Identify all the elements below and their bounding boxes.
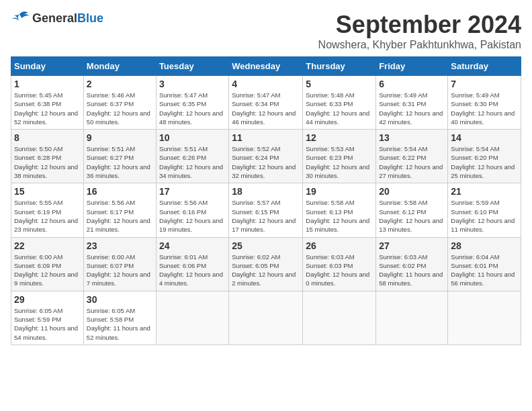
day-detail: Sunrise: 6:01 AM Sunset: 6:06 PM Dayligh… bbox=[159, 253, 226, 288]
day-detail: Sunrise: 5:56 AM Sunset: 6:17 PM Dayligh… bbox=[87, 198, 153, 234]
table-row: 6Sunrise: 5:49 AM Sunset: 6:31 PM Daylig… bbox=[376, 76, 448, 130]
logo-blue: Blue bbox=[77, 11, 103, 25]
header-row: Sunday Monday Tuesday Wednesday Thursday… bbox=[11, 57, 521, 76]
day-detail: Sunrise: 6:05 AM Sunset: 5:59 PM Dayligh… bbox=[14, 306, 81, 342]
calendar-week-2: 15Sunrise: 5:55 AM Sunset: 6:19 PM Dayli… bbox=[11, 183, 521, 237]
col-sunday: Sunday bbox=[11, 57, 84, 76]
table-row bbox=[448, 291, 521, 345]
day-number: 13 bbox=[379, 132, 445, 143]
table-row: 12Sunrise: 5:53 AM Sunset: 6:23 PM Dayli… bbox=[303, 130, 376, 183]
day-number: 2 bbox=[87, 79, 153, 89]
table-row: 9Sunrise: 5:51 AM Sunset: 6:27 PM Daylig… bbox=[83, 130, 156, 183]
calendar-week-0: 1Sunrise: 5:45 AM Sunset: 6:38 PM Daylig… bbox=[11, 76, 521, 130]
day-number: 19 bbox=[306, 186, 373, 197]
table-row: 25Sunrise: 6:02 AM Sunset: 6:05 PM Dayli… bbox=[229, 237, 303, 291]
day-number: 4 bbox=[232, 79, 300, 89]
table-row bbox=[303, 291, 376, 345]
day-detail: Sunrise: 6:04 AM Sunset: 6:01 PM Dayligh… bbox=[451, 253, 518, 288]
table-row: 23Sunrise: 6:00 AM Sunset: 6:07 PM Dayli… bbox=[83, 237, 156, 291]
table-row: 24Sunrise: 6:01 AM Sunset: 6:06 PM Dayli… bbox=[156, 237, 228, 291]
day-number: 30 bbox=[87, 294, 153, 305]
calendar-week-1: 8Sunrise: 5:50 AM Sunset: 6:28 PM Daylig… bbox=[11, 130, 521, 183]
calendar-week-4: 29Sunrise: 6:05 AM Sunset: 5:59 PM Dayli… bbox=[11, 291, 521, 345]
table-row bbox=[229, 291, 303, 345]
day-detail: Sunrise: 5:55 AM Sunset: 6:19 PM Dayligh… bbox=[14, 198, 81, 234]
day-detail: Sunrise: 5:47 AM Sunset: 6:35 PM Dayligh… bbox=[159, 91, 226, 126]
day-detail: Sunrise: 5:57 AM Sunset: 6:15 PM Dayligh… bbox=[232, 198, 300, 234]
col-wednesday: Wednesday bbox=[229, 57, 303, 76]
day-detail: Sunrise: 5:58 AM Sunset: 6:12 PM Dayligh… bbox=[379, 198, 445, 234]
day-number: 26 bbox=[306, 240, 373, 251]
day-detail: Sunrise: 5:58 AM Sunset: 6:13 PM Dayligh… bbox=[306, 198, 373, 234]
day-number: 10 bbox=[159, 132, 226, 143]
table-row: 26Sunrise: 6:03 AM Sunset: 6:03 PM Dayli… bbox=[303, 237, 376, 291]
day-detail: Sunrise: 5:46 AM Sunset: 6:37 PM Dayligh… bbox=[87, 91, 153, 126]
day-number: 3 bbox=[159, 79, 226, 89]
calendar-week-3: 22Sunrise: 6:00 AM Sunset: 6:09 PM Dayli… bbox=[11, 237, 521, 291]
day-detail: Sunrise: 5:48 AM Sunset: 6:33 PM Dayligh… bbox=[306, 91, 373, 126]
table-row: 20Sunrise: 5:58 AM Sunset: 6:12 PM Dayli… bbox=[376, 183, 448, 237]
day-number: 6 bbox=[379, 79, 445, 89]
day-detail: Sunrise: 5:47 AM Sunset: 6:34 PM Dayligh… bbox=[232, 91, 300, 126]
table-row: 21Sunrise: 5:59 AM Sunset: 6:10 PM Dayli… bbox=[448, 183, 521, 237]
day-number: 5 bbox=[306, 79, 373, 89]
location-title: Nowshera, Khyber Pakhtunkhwa, Pakistan bbox=[318, 39, 521, 51]
day-detail: Sunrise: 5:56 AM Sunset: 6:16 PM Dayligh… bbox=[159, 198, 226, 234]
day-number: 21 bbox=[451, 186, 518, 197]
day-detail: Sunrise: 6:03 AM Sunset: 6:02 PM Dayligh… bbox=[379, 253, 445, 288]
logo-general: General bbox=[32, 11, 77, 25]
month-title: September 2024 bbox=[318, 11, 521, 39]
day-number: 18 bbox=[232, 186, 300, 197]
day-number: 23 bbox=[87, 240, 153, 251]
table-row: 2Sunrise: 5:46 AM Sunset: 6:37 PM Daylig… bbox=[83, 76, 156, 130]
table-row: 10Sunrise: 5:51 AM Sunset: 6:26 PM Dayli… bbox=[156, 130, 228, 183]
day-number: 24 bbox=[159, 240, 226, 251]
table-row bbox=[156, 291, 228, 345]
day-detail: Sunrise: 6:05 AM Sunset: 5:58 PM Dayligh… bbox=[87, 306, 153, 342]
day-detail: Sunrise: 5:52 AM Sunset: 6:24 PM Dayligh… bbox=[232, 144, 300, 180]
table-row: 4Sunrise: 5:47 AM Sunset: 6:34 PM Daylig… bbox=[229, 76, 303, 130]
table-row: 19Sunrise: 5:58 AM Sunset: 6:13 PM Dayli… bbox=[303, 183, 376, 237]
day-number: 29 bbox=[14, 294, 81, 305]
day-detail: Sunrise: 6:03 AM Sunset: 6:03 PM Dayligh… bbox=[306, 253, 373, 288]
day-number: 20 bbox=[379, 186, 445, 197]
day-detail: Sunrise: 5:49 AM Sunset: 6:30 PM Dayligh… bbox=[451, 91, 518, 126]
day-number: 12 bbox=[306, 132, 373, 143]
day-detail: Sunrise: 5:51 AM Sunset: 6:27 PM Dayligh… bbox=[87, 144, 153, 180]
col-tuesday: Tuesday bbox=[156, 57, 228, 76]
col-thursday: Thursday bbox=[303, 57, 376, 76]
table-row: 8Sunrise: 5:50 AM Sunset: 6:28 PM Daylig… bbox=[11, 130, 84, 183]
day-number: 16 bbox=[87, 186, 153, 197]
table-row: 18Sunrise: 5:57 AM Sunset: 6:15 PM Dayli… bbox=[229, 183, 303, 237]
col-monday: Monday bbox=[83, 57, 156, 76]
table-row: 27Sunrise: 6:03 AM Sunset: 6:02 PM Dayli… bbox=[376, 237, 448, 291]
day-number: 14 bbox=[451, 132, 518, 143]
day-number: 9 bbox=[87, 132, 153, 143]
day-detail: Sunrise: 5:51 AM Sunset: 6:26 PM Dayligh… bbox=[159, 144, 226, 180]
logo: GeneralBlue bbox=[11, 11, 103, 26]
page-header: GeneralBlue September 2024 Nowshera, Khy… bbox=[11, 11, 521, 51]
table-row: 3Sunrise: 5:47 AM Sunset: 6:35 PM Daylig… bbox=[156, 76, 228, 130]
col-friday: Friday bbox=[376, 57, 448, 76]
table-row: 16Sunrise: 5:56 AM Sunset: 6:17 PM Dayli… bbox=[83, 183, 156, 237]
table-row: 1Sunrise: 5:45 AM Sunset: 6:38 PM Daylig… bbox=[11, 76, 84, 130]
day-detail: Sunrise: 5:59 AM Sunset: 6:10 PM Dayligh… bbox=[451, 198, 518, 234]
day-number: 27 bbox=[379, 240, 445, 251]
table-row: 15Sunrise: 5:55 AM Sunset: 6:19 PM Dayli… bbox=[11, 183, 84, 237]
day-detail: Sunrise: 5:45 AM Sunset: 6:38 PM Dayligh… bbox=[14, 91, 81, 126]
day-detail: Sunrise: 6:02 AM Sunset: 6:05 PM Dayligh… bbox=[232, 253, 300, 288]
table-row: 5Sunrise: 5:48 AM Sunset: 6:33 PM Daylig… bbox=[303, 76, 376, 130]
table-row: 30Sunrise: 6:05 AM Sunset: 5:58 PM Dayli… bbox=[83, 291, 156, 345]
day-number: 15 bbox=[14, 186, 81, 197]
col-saturday: Saturday bbox=[448, 57, 521, 76]
table-row bbox=[376, 291, 448, 345]
day-detail: Sunrise: 5:54 AM Sunset: 6:22 PM Dayligh… bbox=[379, 144, 445, 180]
day-number: 25 bbox=[232, 240, 300, 251]
logo-bird-icon bbox=[11, 11, 30, 26]
day-detail: Sunrise: 6:00 AM Sunset: 6:09 PM Dayligh… bbox=[14, 253, 81, 288]
table-row: 11Sunrise: 5:52 AM Sunset: 6:24 PM Dayli… bbox=[229, 130, 303, 183]
day-number: 22 bbox=[14, 240, 81, 251]
day-detail: Sunrise: 5:54 AM Sunset: 6:20 PM Dayligh… bbox=[451, 144, 518, 180]
calendar-table: Sunday Monday Tuesday Wednesday Thursday… bbox=[11, 56, 521, 345]
title-block: September 2024 Nowshera, Khyber Pakhtunk… bbox=[318, 11, 521, 51]
